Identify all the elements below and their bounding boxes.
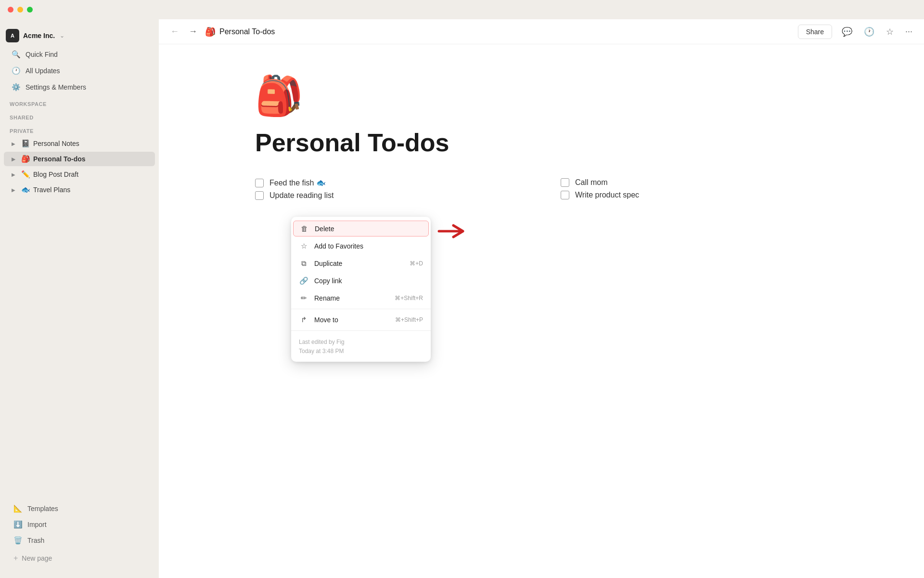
trash-icon: 🗑️ — [13, 536, 23, 545]
close-button[interactable] — [8, 7, 13, 13]
rename-icon: ✏ — [299, 294, 308, 302]
context-menu-duplicate[interactable]: ⧉ Duplicate ⌘+D — [291, 255, 431, 272]
sidebar-item-label: Import — [27, 521, 47, 528]
sidebar-item-label: Quick Find — [26, 51, 58, 58]
menu-item-label: Delete — [315, 225, 423, 233]
menu-footer-divider — [291, 330, 431, 331]
sidebar-item-travel-plans[interactable]: ▶ 🐟 Travel Plans — [4, 183, 155, 197]
search-icon: 🔍 — [12, 50, 21, 59]
gear-icon: ⚙️ — [12, 83, 21, 92]
section-workspace: WORKSPACE — [0, 95, 159, 109]
workspace-logo: A — [6, 29, 19, 42]
workspace-header[interactable]: A Acme Inc. ⌄ — [0, 25, 159, 46]
section-shared: SHARED — [0, 109, 159, 122]
sidebar: A Acme Inc. ⌄ 🔍 Quick Find 🕐 All Updates… — [0, 19, 159, 578]
clock-icon: 🕐 — [12, 66, 21, 75]
context-menu: 🗑 Delete ☆ Add to Favorites ⧉ Duplicate … — [291, 217, 431, 362]
item-emoji: ✏️ — [21, 170, 30, 179]
last-edited-by: Last edited by Fig — [299, 338, 423, 347]
sidebar-item-quick-find[interactable]: 🔍 Quick Find — [4, 47, 155, 62]
sidebar-item-label: All Updates — [26, 67, 60, 75]
sidebar-item-label: Trash — [27, 537, 44, 544]
plus-icon: + — [13, 554, 18, 563]
minimize-button[interactable] — [17, 7, 23, 13]
sidebar-footer: 📐 Templates ⬇️ Import 🗑️ Trash + New pag… — [0, 497, 159, 572]
context-menu-delete[interactable]: 🗑 Delete — [293, 221, 429, 236]
link-icon: 🔗 — [299, 276, 308, 285]
section-private: PRIVATE — [0, 122, 159, 136]
sidebar-item-label: Personal To-dos — [33, 155, 86, 163]
expand-arrow-icon: ▶ — [12, 141, 18, 146]
expand-arrow-icon: ▶ — [12, 172, 18, 177]
sidebar-item-templates[interactable]: 📐 Templates — [4, 501, 155, 516]
expand-arrow-icon: ▶ — [12, 187, 18, 193]
templates-icon: 📐 — [13, 504, 23, 513]
sidebar-item-import[interactable]: ⬇️ Import — [4, 517, 155, 532]
menu-item-label: Rename — [314, 294, 389, 302]
new-page-button[interactable]: + New page — [4, 550, 155, 566]
sidebar-item-label: Blog Post Draft — [33, 171, 78, 178]
sidebar-item-personal-notes[interactable]: ▶ 📓 Personal Notes — [4, 136, 155, 151]
sidebar-item-label: Templates — [27, 505, 58, 512]
duplicate-icon: ⧉ — [299, 259, 308, 268]
maximize-button[interactable] — [27, 7, 33, 13]
sidebar-item-trash[interactable]: 🗑️ Trash — [4, 533, 155, 548]
expand-arrow-icon: ▶ — [12, 157, 18, 162]
title-bar — [0, 0, 924, 19]
context-menu-copy-link[interactable]: 🔗 Copy link — [291, 272, 431, 289]
app-container: A Acme Inc. ⌄ 🔍 Quick Find 🕐 All Updates… — [0, 19, 924, 578]
menu-item-label: Duplicate — [314, 260, 404, 267]
star-icon: ☆ — [299, 242, 308, 250]
main-content: ← → 🎒 Personal To-dos Share 💬 🕐 ☆ ··· 🎒 … — [159, 19, 924, 578]
menu-item-label: Move to — [314, 316, 389, 324]
menu-item-label: Add to Favorites — [314, 242, 423, 250]
context-menu-add-to-favorites[interactable]: ☆ Add to Favorites — [291, 237, 431, 255]
sidebar-item-settings[interactable]: ⚙️ Settings & Members — [4, 79, 155, 95]
last-edited-time: Today at 3:48 PM — [299, 347, 423, 356]
import-icon: ⬇️ — [13, 520, 23, 529]
shortcut-label: ⌘+Shift+P — [395, 316, 423, 323]
sidebar-item-label: Travel Plans — [33, 186, 70, 194]
menu-divider — [291, 309, 431, 309]
cursor-arrow-icon — [434, 222, 473, 245]
item-emoji: 🎒 — [21, 155, 30, 163]
sidebar-item-blog-post-draft[interactable]: ▶ ✏️ Blog Post Draft — [4, 167, 155, 182]
sidebar-item-all-updates[interactable]: 🕐 All Updates — [4, 63, 155, 79]
shortcut-label: ⌘+D — [410, 260, 423, 267]
context-menu-rename[interactable]: ✏ Rename ⌘+Shift+R — [291, 289, 431, 307]
sidebar-item-label: Settings & Members — [26, 83, 86, 91]
context-menu-overlay: 🗑 Delete ☆ Add to Favorites ⧉ Duplicate … — [159, 19, 924, 578]
menu-item-label: Copy link — [314, 277, 423, 285]
shortcut-label: ⌘+Shift+R — [395, 295, 423, 302]
chevron-down-icon: ⌄ — [60, 32, 64, 39]
new-page-label: New page — [22, 554, 52, 562]
move-icon: ↱ — [299, 315, 308, 324]
sidebar-item-label: Personal Notes — [33, 140, 79, 147]
item-emoji: 🐟 — [21, 185, 30, 194]
sidebar-item-personal-todos[interactable]: ▶ 🎒 Personal To-dos — [4, 152, 155, 166]
item-emoji: 📓 — [21, 139, 30, 148]
workspace-name: Acme Inc. — [23, 32, 55, 39]
menu-footer: Last edited by Fig Today at 3:48 PM — [291, 333, 431, 359]
context-menu-move-to[interactable]: ↱ Move to ⌘+Shift+P — [291, 311, 431, 328]
trash-icon: 🗑 — [299, 224, 309, 233]
